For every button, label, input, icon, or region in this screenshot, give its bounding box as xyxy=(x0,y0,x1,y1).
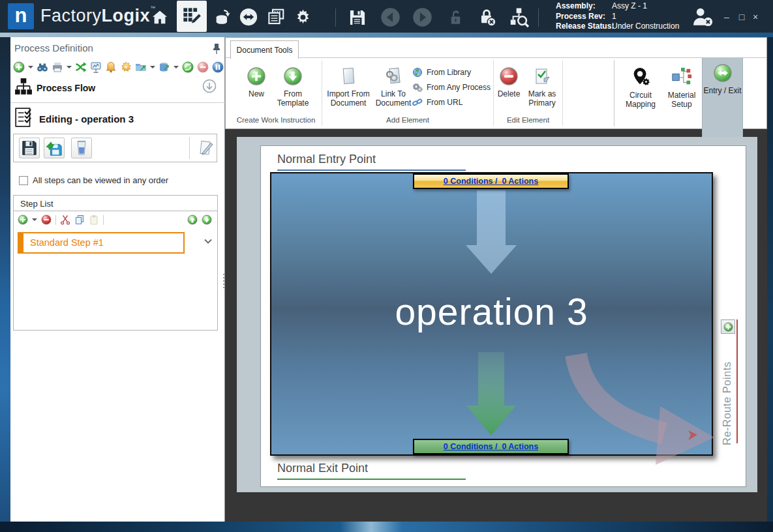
release-status-label: Release Status: xyxy=(556,22,609,32)
forward-icon[interactable] xyxy=(412,7,432,27)
app-logo: n xyxy=(8,3,34,29)
add-element-small-buttons: From Library From Any Process From URL xyxy=(412,65,491,110)
home-icon[interactable] xyxy=(150,8,170,27)
chain-link-icon xyxy=(412,97,423,108)
tab-document-tools[interactable]: Document Tools xyxy=(230,40,299,59)
data-import-icon[interactable] xyxy=(213,7,232,27)
shuffle-process-icon[interactable] xyxy=(75,61,87,73)
process-definition-panel: Process Definition Process Flow xyxy=(10,37,225,522)
operation-node[interactable]: operation 3 xyxy=(270,172,713,456)
unlock-icon[interactable] xyxy=(446,8,464,26)
from-url-button[interactable]: From URL xyxy=(412,95,491,110)
print-dropdown-caret[interactable] xyxy=(67,66,72,68)
refresh-icon[interactable] xyxy=(182,61,194,73)
step-list-section: Step List Standard Step #1 xyxy=(13,195,218,331)
step-item-chevron-icon[interactable] xyxy=(203,236,213,246)
gear-flower-icon[interactable] xyxy=(120,61,132,73)
ribbon-tabstrip: Document Tools xyxy=(226,38,766,58)
order-checkbox-row: All steps can be viewed in any order xyxy=(19,175,168,185)
move-up-icon[interactable] xyxy=(187,214,198,225)
move-down-icon[interactable] xyxy=(202,214,212,225)
pause-icon[interactable] xyxy=(212,61,224,73)
bell-icon[interactable] xyxy=(105,61,117,73)
editing-title: Editing - operation 3 xyxy=(39,113,134,125)
print-icon[interactable] xyxy=(52,61,63,73)
delete-step-button[interactable] xyxy=(71,138,92,158)
settings-gear-icon[interactable] xyxy=(293,7,312,27)
add-icon[interactable] xyxy=(13,61,25,73)
folder-export-icon[interactable] xyxy=(135,61,147,73)
presentation-icon[interactable] xyxy=(90,61,102,73)
import-from-document-button[interactable]: Import From Document xyxy=(322,58,374,108)
bin-dropdown-caret[interactable] xyxy=(174,66,179,68)
from-library-button[interactable]: From Library xyxy=(412,65,491,80)
add-reroute-button[interactable] xyxy=(721,319,735,334)
from-template-button[interactable]: From Template xyxy=(273,58,312,108)
add-dropdown-caret[interactable] xyxy=(28,66,33,68)
process-flow-label: Process Flow xyxy=(37,83,95,93)
ribbon-divider xyxy=(614,60,614,126)
user-logout-icon[interactable] xyxy=(690,7,716,27)
editing-checklist-icon xyxy=(14,106,35,128)
edit-step-button[interactable] xyxy=(195,138,216,158)
application-window: n FactoryLogix™ xyxy=(0,0,773,532)
collapse-section-icon[interactable] xyxy=(202,79,217,93)
toolbar-separator xyxy=(335,8,336,27)
exit-conditions-banner[interactable]: 0 Conditions / 0 Actions xyxy=(413,439,569,454)
bin-import-icon[interactable] xyxy=(159,61,170,73)
documents-icon[interactable] xyxy=(265,7,286,27)
delete-element-button[interactable]: Delete xyxy=(494,58,524,98)
exit-conditions-link[interactable]: 0 Conditions / 0 Actions xyxy=(444,442,538,451)
new-sphere-icon xyxy=(247,66,266,86)
circuit-mapping-button[interactable]: Circuit Mapping xyxy=(622,58,659,109)
add-step-icon[interactable] xyxy=(18,214,28,225)
import-step-button[interactable] xyxy=(44,138,65,158)
step-list-item[interactable]: Standard Step #1 xyxy=(18,232,185,254)
entry-exit-canvas: Normal Entry Point operation 3 0 Conditi… xyxy=(260,145,746,487)
link-to-document-button[interactable]: Link To Document xyxy=(373,58,414,108)
copy-icon[interactable] xyxy=(74,214,85,225)
delete-sphere-icon xyxy=(499,66,519,86)
order-checkbox[interactable] xyxy=(19,176,28,185)
operation-title: operation 3 xyxy=(395,290,588,333)
binoculars-icon[interactable] xyxy=(37,61,48,73)
remove-step-icon[interactable] xyxy=(41,214,52,225)
step-list-toolbar xyxy=(14,211,217,227)
close-button[interactable]: × xyxy=(749,9,762,25)
step-item-label: Standard Step #1 xyxy=(30,237,104,248)
toolbar-separator xyxy=(189,137,190,159)
normal-exit-point-label: Normal Exit Point xyxy=(277,462,368,475)
entry-exit-button[interactable]: Entry / Exit xyxy=(702,57,743,137)
cut-icon[interactable] xyxy=(60,214,70,225)
remove-icon[interactable] xyxy=(197,61,209,73)
app-brand: FactoryLogix™ xyxy=(40,5,156,26)
group-add-element: Import From Document Link To Document Fr… xyxy=(322,58,493,128)
exit-underline xyxy=(277,479,466,480)
entry-conditions-banner[interactable]: 0 Conditions / 0 Actions xyxy=(413,173,569,189)
flow-search-icon[interactable] xyxy=(508,6,530,28)
sync-icon[interactable] xyxy=(238,7,259,27)
back-icon[interactable] xyxy=(380,7,401,27)
mark-as-primary-button[interactable]: Mark as Primary xyxy=(523,58,562,108)
add-step-dropdown-caret[interactable] xyxy=(32,218,37,221)
new-button[interactable]: New xyxy=(241,58,272,98)
folder-dropdown-caret[interactable] xyxy=(150,66,155,68)
process-editor-icon[interactable] xyxy=(177,1,207,32)
ribbon: Document Tools New From Template Create … xyxy=(225,37,767,129)
entry-conditions-link[interactable]: 0 Conditions / 0 Actions xyxy=(444,177,538,186)
toolbar-separator xyxy=(55,215,56,225)
assembly-value: Assy Z - 1 xyxy=(612,1,679,12)
divider xyxy=(10,102,225,103)
save-icon[interactable] xyxy=(348,8,367,27)
from-any-process-button[interactable]: From Any Process xyxy=(412,80,491,95)
minimize-button[interactable]: – xyxy=(720,9,733,25)
reroute-points-label: Re-Route Points xyxy=(718,360,735,447)
lock-x-icon[interactable] xyxy=(477,7,496,27)
maximize-button[interactable]: □ xyxy=(735,9,748,25)
save-step-button[interactable] xyxy=(19,138,40,158)
material-setup-button[interactable]: Material Setup xyxy=(662,58,701,109)
document-workspace: Document Tools New From Template Create … xyxy=(225,37,767,522)
pin-icon[interactable] xyxy=(212,43,222,55)
process-rev-label: Process Rev: xyxy=(556,12,609,22)
paste-icon[interactable] xyxy=(89,214,99,225)
